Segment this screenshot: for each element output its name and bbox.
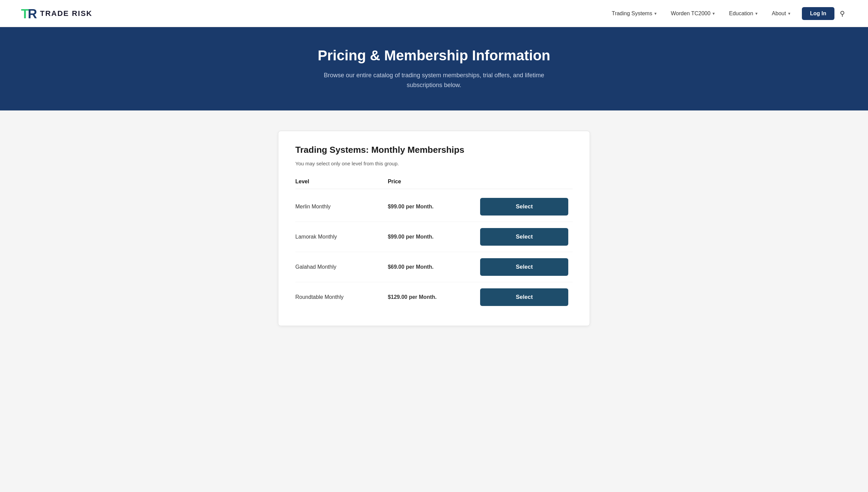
logo[interactable]: T R TRADE RISK: [20, 5, 92, 22]
nav-about[interactable]: About ▼: [766, 8, 796, 19]
section-title: Trading Systems: Monthly Memberships: [295, 145, 573, 155]
nav-trading-systems-label: Trading Systems: [612, 11, 652, 17]
plan-name-roundtable: Roundtable Monthly: [295, 294, 388, 300]
hero-subtitle: Browse our entire catalog of trading sys…: [315, 70, 553, 90]
main-nav: Trading Systems ▼ Worden TC2000 ▼ Educat…: [606, 7, 848, 20]
select-button-roundtable[interactable]: Select: [480, 288, 568, 306]
logo-icon: T R: [20, 5, 37, 22]
hero-title: Pricing & Membership Information: [7, 47, 861, 64]
nav-worden-tc2000[interactable]: Worden TC2000 ▼: [666, 8, 721, 19]
table-row: Lamorak Monthly $99.00 per Month. Select: [295, 222, 573, 252]
logo-text: TRADE RISK: [40, 9, 92, 18]
table-row: Galahad Monthly $69.00 per Month. Select: [295, 252, 573, 282]
select-button-merlin[interactable]: Select: [480, 198, 568, 216]
nav-education[interactable]: Education ▼: [724, 8, 764, 19]
col-level-header: Level: [295, 179, 388, 185]
nav-worden-tc2000-label: Worden TC2000: [671, 11, 711, 17]
hero-banner: Pricing & Membership Information Browse …: [0, 27, 868, 110]
section-note: You may select only one level from this …: [295, 161, 573, 166]
plan-price-merlin: $99.00 per Month.: [388, 204, 480, 210]
select-button-galahad[interactable]: Select: [480, 258, 568, 276]
select-button-lamorak[interactable]: Select: [480, 228, 568, 246]
nav-about-label: About: [772, 11, 786, 17]
login-button[interactable]: Log In: [802, 7, 834, 20]
pricing-card: Trading Systems: Monthly Memberships You…: [278, 131, 590, 326]
plan-name-galahad: Galahad Monthly: [295, 264, 388, 270]
plan-price-roundtable: $129.00 per Month.: [388, 294, 480, 300]
table-header: Level Price: [295, 179, 573, 189]
nav-trading-systems-chevron: ▼: [654, 12, 657, 16]
table-row: Merlin Monthly $99.00 per Month. Select: [295, 192, 573, 222]
nav-trading-systems[interactable]: Trading Systems ▼: [606, 8, 663, 19]
plan-name-lamorak: Lamorak Monthly: [295, 234, 388, 240]
plan-name-merlin: Merlin Monthly: [295, 204, 388, 210]
plan-price-lamorak: $99.00 per Month.: [388, 234, 480, 240]
nav-education-label: Education: [729, 11, 753, 17]
table-row: Roundtable Monthly $129.00 per Month. Se…: [295, 282, 573, 312]
plan-price-galahad: $69.00 per Month.: [388, 264, 480, 270]
nav-worden-tc2000-chevron: ▼: [712, 12, 715, 16]
main-content: Trading Systems: Monthly Memberships You…: [271, 131, 597, 326]
col-action-header: [480, 179, 573, 185]
site-header: T R TRADE RISK Trading Systems ▼ Worden …: [0, 0, 868, 27]
search-icon: ⚲: [840, 9, 845, 18]
svg-text:R: R: [28, 7, 37, 21]
search-button[interactable]: ⚲: [837, 7, 848, 20]
col-price-header: Price: [388, 179, 480, 185]
nav-education-chevron: ▼: [754, 12, 758, 16]
nav-about-chevron: ▼: [787, 12, 791, 16]
